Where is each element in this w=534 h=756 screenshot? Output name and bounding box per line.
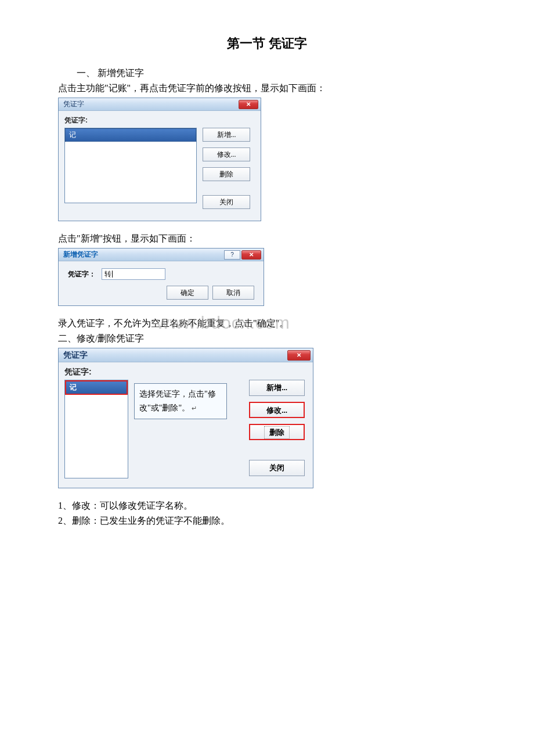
close-button[interactable]: 关闭 <box>249 460 305 476</box>
delete-button[interactable]: 删除 <box>249 424 305 440</box>
edit-button[interactable]: 修改... <box>203 147 250 161</box>
close-button[interactable]: 关闭 <box>203 195 250 209</box>
dialog-titlebar: 凭证字 ✕ <box>59 348 313 362</box>
dialog-titlebar: 新增凭证字 ? ✕ <box>59 249 264 261</box>
paragraph: 点击"新增"按钮，显示如下画面： <box>58 232 476 246</box>
dialog-title: 新增凭证字 <box>63 250 223 260</box>
field-label: 凭证字： <box>68 269 96 279</box>
dialog-title: 凭证字 <box>63 99 237 109</box>
dialog-titlebar: 凭证字 ✕ <box>59 98 261 111</box>
close-icon[interactable]: ✕ <box>241 250 261 260</box>
list-item[interactable]: 记 <box>65 128 196 142</box>
list-label: 凭证字: <box>64 367 307 377</box>
dialog-title: 凭证字 <box>63 350 286 361</box>
voucher-type-dialog: 凭证字 ✕ 凭证字: 记 新增... 修改... 删除 关闭 <box>58 98 261 221</box>
close-icon[interactable]: ✕ <box>287 350 311 361</box>
voucher-type-input[interactable]: 转 <box>102 268 165 280</box>
list-label: 凭证字: <box>64 116 255 125</box>
help-icon[interactable]: ? <box>224 250 240 260</box>
section-2-heading: 二、修改/删除凭证字 <box>58 332 476 345</box>
section-1-intro: 点击主功能"记账"，再点击凭证字前的修改按钮，显示如下画面： <box>58 81 476 95</box>
voucher-type-dialog-annotated: 凭证字 ✕ 凭证字: 记 选择凭证字，点击"修改"或"删除"。 ↵ 新增... … <box>58 348 313 488</box>
ok-button[interactable]: 确定 <box>167 286 208 300</box>
voucher-type-listbox[interactable]: 记 <box>64 128 197 203</box>
paragraph: 录入凭证字，不允许为空且名称不能重复，点击"确定"。 <box>58 316 476 330</box>
cancel-button[interactable]: 取消 <box>212 286 254 300</box>
list-item[interactable]: 记 <box>65 380 128 395</box>
note-1: 1、修改：可以修改凭证字名称。 <box>58 499 476 513</box>
callout-annotation: 选择凭证字，点击"修改"或"删除"。 ↵ <box>134 383 227 419</box>
page-title: 第一节 凭证字 <box>58 35 476 52</box>
voucher-type-listbox[interactable]: 记 <box>64 380 128 478</box>
edit-button[interactable]: 修改... <box>249 402 305 418</box>
delete-button[interactable]: 删除 <box>203 167 250 181</box>
close-icon[interactable]: ✕ <box>239 100 258 109</box>
note-2: 2、删除：已发生业务的凭证字不能删除。 <box>58 514 476 528</box>
add-voucher-type-dialog: 新增凭证字 ? ✕ 凭证字： 转 确定 取消 <box>58 248 264 306</box>
section-1-heading: 一、 新增凭证字 <box>58 66 476 80</box>
add-button[interactable]: 新增... <box>249 380 305 396</box>
add-button[interactable]: 新增... <box>203 128 250 142</box>
